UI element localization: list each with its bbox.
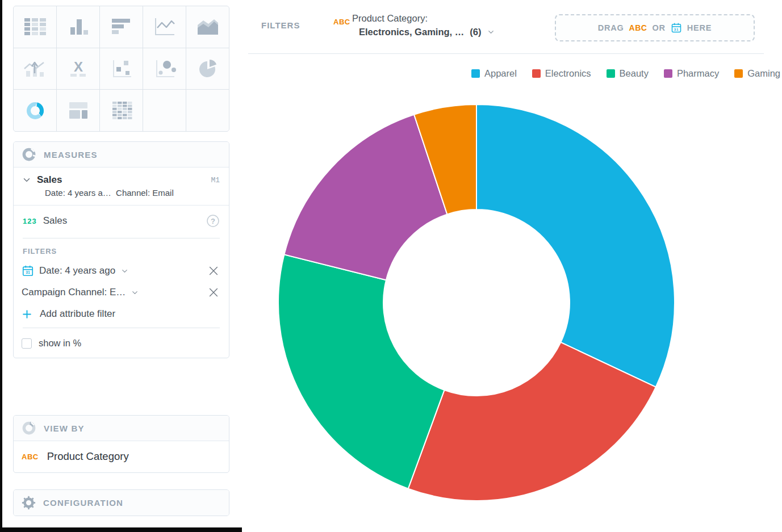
- legend-item-electronics[interactable]: Electronics: [532, 68, 591, 79]
- measures-panel-header[interactable]: MEASURES: [14, 142, 229, 167]
- picker-heatmap-icon[interactable]: [100, 90, 143, 131]
- chevron-down-icon[interactable]: [22, 175, 32, 185]
- topbar-divider: [248, 53, 764, 54]
- picker-area-chart-icon[interactable]: [186, 6, 229, 48]
- picker-empty-cell: [143, 90, 186, 131]
- legend-swatch: [607, 69, 615, 78]
- add-attribute-filter-label: Add attribute filter: [40, 308, 115, 320]
- donut-chart-svg: [276, 102, 677, 503]
- view-by-panel: VIEW BY ABC Product Category: [13, 415, 229, 473]
- show-in-percent-row: show in %: [14, 330, 229, 358]
- donut-slice-apparel[interactable]: [476, 104, 675, 387]
- legend-label: Beauty: [620, 68, 649, 79]
- legend-item-beauty[interactable]: Beauty: [607, 68, 649, 79]
- picker-column-chart-icon[interactable]: [57, 6, 99, 48]
- view-by-attribute-label: Product Category: [47, 450, 129, 463]
- legend-label: Apparel: [484, 68, 517, 79]
- dropzone-here-label: HERE: [687, 23, 712, 32]
- add-attribute-filter-button[interactable]: Add attribute filter: [14, 303, 229, 325]
- svg-text:X: X: [73, 59, 82, 74]
- picker-empty-cell: [186, 90, 229, 131]
- donut-bucket-icon: [22, 421, 36, 435]
- picker-donut-chart-icon[interactable]: [14, 90, 56, 131]
- attribute-filter-row[interactable]: Campaign Channel: E…: [14, 282, 229, 303]
- measure-details: Date: 4 years a… Channel: Email: [45, 188, 220, 198]
- topbar-filters-label: FILTERS: [261, 20, 300, 30]
- measures-panel: MEASURES Sales M1 Date: 4 years a… Chann…: [13, 141, 229, 358]
- picker-line-chart-icon[interactable]: [143, 6, 186, 48]
- legend-swatch: [734, 69, 743, 78]
- metric-row-sales[interactable]: 123 Sales ?: [14, 206, 229, 236]
- window-frame-bottom: [0, 527, 242, 532]
- topbar-filter-name: Product Category:: [352, 13, 428, 24]
- chevron-down-icon: [120, 267, 129, 275]
- svg-text:31: 31: [674, 27, 679, 31]
- plus-icon: [22, 309, 32, 320]
- donut-bucket-icon: [22, 147, 36, 162]
- svg-text:31: 31: [26, 270, 30, 274]
- measure-tag: M1: [211, 176, 220, 185]
- view-by-panel-title: VIEW BY: [44, 424, 85, 433]
- picker-bar-chart-icon[interactable]: [100, 6, 143, 48]
- legend-swatch: [664, 69, 672, 78]
- window-frame-left: [0, 0, 2, 532]
- donut-chart: [276, 102, 677, 503]
- picker-headline-icon[interactable]: X: [57, 48, 99, 90]
- legend-swatch: [471, 69, 480, 78]
- measures-panel-title: MEASURES: [44, 150, 98, 160]
- topbar-filter-dropdown[interactable]: Electronics, Gaming, … (6): [359, 27, 495, 37]
- remove-date-filter-icon[interactable]: [207, 265, 220, 277]
- attribute-filter-label: Campaign Channel: E…: [22, 287, 126, 298]
- picker-bubble-chart-icon[interactable]: [143, 48, 186, 90]
- filter-dropzone[interactable]: DRAG ABC OR 31 HERE: [555, 14, 755, 41]
- picker-combo-chart-icon[interactable]: [14, 48, 56, 90]
- legend-swatch: [532, 69, 541, 78]
- divider: [23, 238, 220, 238]
- topbar-filter-values: Electronics, Gaming, …: [359, 27, 464, 37]
- picker-treemap-icon[interactable]: [57, 90, 99, 131]
- calendar-icon: 31: [671, 22, 682, 33]
- numeric-type-badge: 123: [23, 217, 37, 225]
- picker-scatter-plot-icon[interactable]: [100, 48, 143, 90]
- show-in-percent-label: show in %: [39, 338, 81, 349]
- legend-item-gaming[interactable]: Gaming: [734, 68, 780, 79]
- view-by-attribute-item[interactable]: ABC Product Category: [14, 441, 229, 472]
- filters-subtitle: FILTERS: [23, 247, 220, 255]
- picker-table-icon[interactable]: [14, 6, 56, 48]
- date-filter-label: Date: 4 years ago: [39, 265, 115, 277]
- help-icon[interactable]: ?: [206, 214, 220, 228]
- view-by-panel-header[interactable]: VIEW BY: [14, 416, 229, 441]
- calendar-icon: 31: [22, 265, 34, 277]
- legend-item-pharmacy[interactable]: Pharmacy: [664, 68, 719, 79]
- measure-item-sales[interactable]: Sales M1 Date: 4 years a… Channel: Email: [14, 167, 229, 206]
- configuration-panel-header[interactable]: CONFIGURATION: [14, 490, 229, 516]
- remove-attribute-filter-icon[interactable]: [207, 286, 220, 299]
- date-filter-row[interactable]: 31 Date: 4 years ago: [14, 260, 229, 282]
- metric-label: Sales: [43, 215, 68, 227]
- chart-legend: ApparelElectronicsBeautyPharmacyGaming: [471, 68, 780, 79]
- abc-type-badge: ABC: [22, 453, 39, 461]
- analytical-designer: X MEASURES Sales M1 Date: 4 y: [0, 0, 782, 532]
- measure-name: Sales: [37, 174, 62, 186]
- abc-type-badge: ABC: [629, 23, 647, 32]
- dropzone-drag-label: DRAG: [598, 23, 624, 32]
- show-in-percent-checkbox[interactable]: [22, 338, 32, 349]
- legend-label: Gaming: [747, 68, 780, 79]
- topbar-filter-count: (6): [470, 27, 481, 37]
- picker-pie-chart-icon[interactable]: [186, 48, 229, 90]
- svg-text:?: ?: [211, 217, 215, 225]
- dropzone-or-label: OR: [652, 23, 665, 32]
- divider: [23, 328, 220, 328]
- legend-item-apparel[interactable]: Apparel: [471, 68, 517, 79]
- configuration-panel-title: CONFIGURATION: [43, 498, 123, 508]
- gear-icon: [22, 496, 36, 510]
- abc-type-badge: ABC: [333, 18, 350, 26]
- legend-label: Electronics: [545, 68, 591, 79]
- donut-slice-beauty[interactable]: [278, 254, 444, 488]
- chevron-down-icon: [487, 28, 495, 36]
- configuration-panel: CONFIGURATION: [13, 489, 229, 516]
- chevron-down-icon: [131, 288, 139, 297]
- legend-label: Pharmacy: [677, 68, 719, 79]
- visualization-picker: X: [13, 6, 229, 132]
